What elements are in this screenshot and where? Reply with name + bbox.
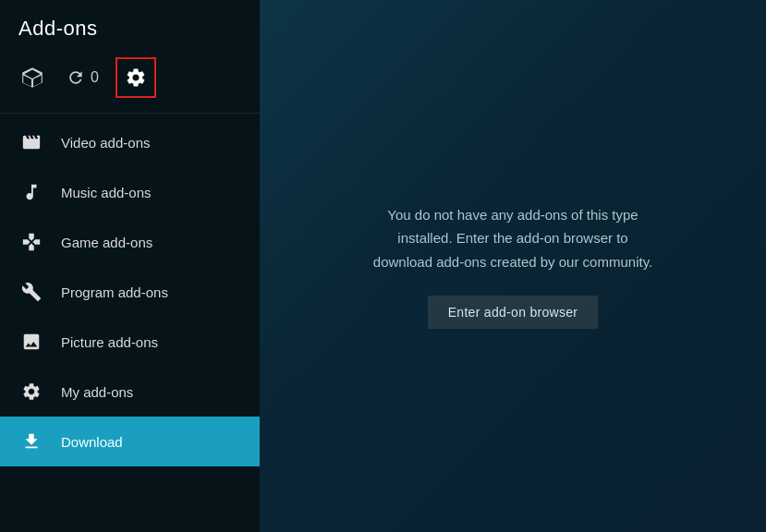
download-icon — [18, 429, 44, 454]
sidebar-item-program-label: Program add-ons — [61, 284, 168, 300]
sidebar-item-download-label: Download — [61, 434, 123, 450]
main-content: You do not have any add-ons of this type… — [260, 0, 766, 532]
divider — [0, 113, 260, 114]
video-icon — [18, 129, 44, 155]
sidebar-item-game[interactable]: Game add-ons — [0, 217, 260, 267]
myaddon-icon — [18, 379, 44, 405]
sidebar-item-myaddon-label: My add-ons — [61, 384, 133, 400]
sidebar-item-picture[interactable]: Picture add-ons — [0, 317, 260, 367]
update-count: 0 — [91, 69, 99, 86]
program-icon — [18, 279, 44, 305]
sidebar-item-picture-label: Picture add-ons — [61, 334, 158, 350]
sidebar-item-program[interactable]: Program add-ons — [0, 267, 260, 317]
package-icon-svg — [20, 66, 44, 90]
sidebar-item-game-label: Game add-ons — [61, 235, 152, 250]
package-icon[interactable] — [15, 60, 50, 95]
music-icon — [18, 179, 44, 205]
update-control[interactable]: 0 — [67, 68, 99, 87]
sidebar: Add-ons 0 — [0, 0, 260, 532]
refresh-icon — [67, 68, 85, 87]
sidebar-item-myaddon[interactable]: My add-ons — [0, 367, 260, 417]
sidebar-item-download[interactable]: Download — [0, 417, 260, 466]
picture-icon — [18, 329, 44, 355]
settings-button[interactable] — [116, 57, 156, 98]
sidebar-item-music[interactable]: Music add-ons — [0, 167, 260, 217]
gamepad-icon — [18, 229, 44, 255]
toolbar: 0 — [0, 50, 260, 113]
sidebar-item-music-label: Music add-ons — [61, 185, 152, 200]
gear-icon — [125, 66, 147, 89]
sidebar-nav: Video add-ons Music add-ons Game add-ons — [0, 117, 260, 532]
sidebar-item-video[interactable]: Video add-ons — [0, 117, 260, 167]
page-title: Add-ons — [0, 0, 260, 50]
sidebar-item-video-label: Video add-ons — [61, 135, 150, 151]
main-message: You do not have any add-ons of this type… — [351, 203, 675, 274]
enter-browser-button[interactable]: Enter add-on browser — [428, 296, 599, 329]
